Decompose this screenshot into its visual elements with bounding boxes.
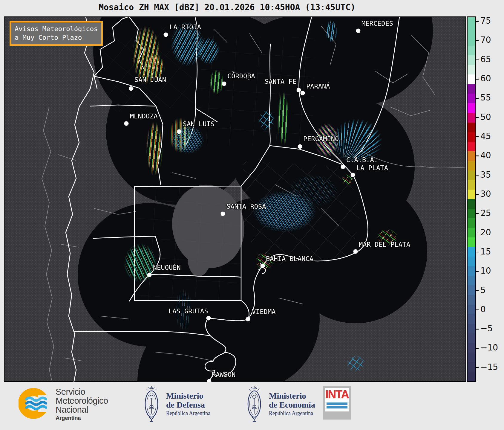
radar-echo-specks bbox=[256, 107, 277, 134]
city-dot-la-rioja bbox=[164, 33, 168, 37]
colorbar-tick-label: 50 bbox=[480, 112, 491, 122]
defensa-ministry: Ministerio bbox=[166, 391, 210, 400]
smn-wordmark: Servicio Meteorológico Nacional Argentin… bbox=[56, 387, 108, 421]
radar-echo-bluemass bbox=[244, 185, 325, 238]
city-label-rawson: RAWSON bbox=[212, 371, 235, 378]
radar-echo-conv bbox=[144, 114, 165, 183]
city-label-san-juan: SAN JUAN bbox=[134, 76, 166, 83]
colorbar-tick bbox=[476, 233, 479, 234]
colorbar-tick bbox=[476, 252, 479, 253]
colorbar-tick-label: 45 bbox=[480, 131, 491, 141]
colorbar-tick-label: −15 bbox=[480, 362, 498, 372]
colorbar-tick-label: 10 bbox=[480, 266, 491, 276]
colorbar-tick bbox=[476, 329, 479, 330]
colorbar-tick bbox=[476, 309, 479, 310]
radar-echo-specks bbox=[344, 353, 368, 374]
map-base-svg bbox=[4, 17, 467, 382]
inta-bar-2 bbox=[327, 406, 347, 408]
defensa-wordmark: Ministerio de Defensa República Argentin… bbox=[166, 391, 210, 417]
inta-logo-inner: INTA bbox=[325, 388, 349, 411]
colorbar-tick-label: −10 bbox=[480, 343, 498, 353]
radar-mosaic-page: Mosaico ZH MAX [dBZ] 20.01.2026 10:45HOA… bbox=[0, 0, 504, 430]
warning-annotation-box: Avisos Meteorológicos a Muy Corto Plazo bbox=[10, 21, 103, 46]
warning-annotation-line2: a Muy Corto Plazo bbox=[15, 33, 98, 42]
smn-line3: Nacional bbox=[56, 405, 108, 414]
colorbar-tick bbox=[476, 213, 479, 214]
city-dot-neuquen bbox=[147, 273, 152, 277]
economia-country: República Argentina bbox=[269, 410, 315, 417]
radar-map: LA RIOJAMERCEDESSAN JUANCÓRDOBASANTA FEP… bbox=[4, 16, 466, 382]
smn-line1: Servicio bbox=[56, 387, 108, 396]
colorbar-tick bbox=[476, 21, 479, 22]
warning-annotation-line1: Avisos Meteorológicos bbox=[15, 25, 98, 33]
city-label-san-luis: SAN LUIS bbox=[183, 120, 215, 128]
city-label-las-grutas: LAS GRUTAS bbox=[168, 307, 208, 315]
inta-logo: INTA bbox=[323, 386, 351, 420]
city-label-bahia-blanca: BAHÍA BLANCA bbox=[266, 255, 313, 263]
colorbar-tick bbox=[476, 40, 479, 41]
colorbar-tick-label: 40 bbox=[480, 150, 491, 160]
city-label-mercedes: MERCEDES bbox=[361, 20, 393, 27]
smn-logo-icon bbox=[19, 386, 50, 422]
city-dot-las-grutas bbox=[206, 316, 211, 321]
colorbar-tick-label: 70 bbox=[480, 35, 491, 45]
dbz-colorbar bbox=[467, 16, 476, 382]
city-dot-viedma bbox=[246, 317, 250, 321]
colorbar-tick-label: 30 bbox=[480, 189, 491, 199]
city-label-mar-del-plata: MAR DEL PLATA bbox=[359, 241, 410, 248]
smn-line2: Meteorológico bbox=[56, 396, 108, 405]
city-label-la-rioja: LA RIOJA bbox=[169, 23, 201, 31]
inta-bar-1 bbox=[327, 402, 347, 405]
city-dot-santa-rosa bbox=[221, 212, 225, 216]
city-label-neuquen: NEUQUÉN bbox=[153, 264, 181, 271]
colorbar-tick-label: −5 bbox=[480, 324, 493, 333]
defensa-crest-icon bbox=[143, 385, 160, 423]
city-dot-san-juan bbox=[129, 86, 134, 91]
city-label-la-plata: LA PLATA bbox=[356, 164, 388, 172]
city-label-viedma: VIEDMA bbox=[252, 308, 275, 315]
radar-echo-green bbox=[276, 84, 290, 153]
colorbar-tick bbox=[476, 98, 479, 99]
city-label-cordoba: CÓRDOBA bbox=[227, 72, 255, 80]
colorbar-tick bbox=[476, 175, 479, 176]
city-dot-san-luis bbox=[177, 129, 182, 134]
city-label-pergamino: PERGAMINO bbox=[303, 135, 339, 143]
colorbar-tick-label: 75 bbox=[480, 16, 491, 26]
colorbar-tick bbox=[476, 136, 479, 137]
colorbar-tick bbox=[476, 155, 479, 156]
colorbar-tick-label: 20 bbox=[480, 227, 491, 237]
city-dot-santa-fe bbox=[297, 88, 301, 92]
colorbar-tick-label: 65 bbox=[480, 54, 491, 64]
colorbar-tick-label: 55 bbox=[480, 93, 491, 103]
economia-ministry: Ministerio bbox=[269, 391, 315, 400]
economia-wordmark: Ministerio de Economía República Argenti… bbox=[269, 391, 315, 417]
city-label-caba: C.A.B.A. bbox=[346, 156, 378, 164]
city-label-santa-fe: SANTA FE bbox=[265, 78, 296, 85]
city-dot-pergamino bbox=[298, 144, 302, 149]
city-dot-cordoba bbox=[222, 82, 226, 86]
city-label-parana: PARANÁ bbox=[306, 83, 330, 90]
city-dot-la-plata bbox=[351, 173, 355, 177]
city-dot-parana bbox=[301, 91, 305, 95]
colorbar-tick bbox=[476, 60, 479, 60]
smn-country: Argentina bbox=[56, 415, 108, 421]
colorbar-tick bbox=[476, 271, 479, 272]
colorbar-tick-label: 0 bbox=[480, 304, 486, 314]
radar-echo-cyan bbox=[194, 33, 223, 68]
economia-crest-icon bbox=[246, 385, 263, 423]
colorbar-tick bbox=[476, 290, 479, 291]
city-dot-mendoza bbox=[124, 121, 129, 126]
footer: Servicio Meteorológico Nacional Argentin… bbox=[0, 382, 504, 430]
economia-dept: de Economía bbox=[269, 400, 315, 409]
defensa-country: República Argentina bbox=[166, 410, 210, 417]
colorbar-tick bbox=[476, 194, 479, 195]
radar-echo-greencyan bbox=[120, 238, 161, 288]
city-label-santa-rosa: SANTA ROSA bbox=[226, 203, 266, 210]
city-label-mendoza: MENDOZA bbox=[130, 112, 158, 120]
city-dot-bahia-blanca bbox=[261, 264, 265, 268]
colorbar-tick bbox=[476, 79, 479, 80]
colorbar-tick bbox=[476, 117, 479, 118]
city-dot-mercedes bbox=[356, 29, 361, 33]
city-dot-caba bbox=[341, 165, 345, 169]
colorbar-tick-label: 35 bbox=[480, 170, 491, 179]
